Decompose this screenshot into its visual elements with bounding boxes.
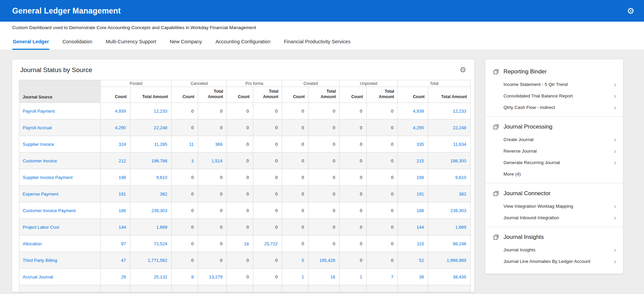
tab-multi-currency-support[interactable]: Multi-Currency Support [105, 33, 157, 50]
journal-value-link[interactable]: 25,722 [253, 235, 282, 252]
sidebar-item-qtrly-cash-flow-indirect[interactable]: Qtrly Cash Flow - Indirect› [485, 101, 623, 113]
journal-value-link[interactable]: 22,248 [130, 119, 172, 136]
journal-value-link[interactable]: 196,786 [130, 153, 172, 169]
sidebar-item-view-integration-worktag-mapping[interactable]: View Integration Worktag Mapping› [485, 200, 623, 212]
tab-general-ledger[interactable]: General Ledger [12, 33, 49, 50]
journal-value-link[interactable]: 188 [101, 202, 130, 219]
journal-source-link[interactable]: Accrual Journal [19, 269, 101, 285]
sidebar-item-more-4[interactable]: More (4) [485, 168, 623, 180]
journal-value-link[interactable]: 369 [198, 136, 227, 153]
journal-value-link[interactable]: 188 [398, 202, 428, 219]
journal-value-link[interactable]: 1,966,989 [428, 252, 471, 269]
tab-financial-productivity-services[interactable]: Financial Productivity Services [283, 33, 351, 50]
journal-value [130, 285, 172, 292]
journal-source-link[interactable]: Payroll Accrual [19, 119, 101, 136]
journal-value-link[interactable]: 4,290 [398, 119, 428, 136]
journal-value-link[interactable]: 1 [282, 269, 308, 285]
journal-value-link[interactable]: 7 [367, 269, 398, 285]
journal-value-link[interactable]: 29 [101, 269, 130, 285]
journal-value [308, 285, 340, 292]
journal-value-link[interactable]: 195,428 [308, 252, 340, 269]
journal-value-link[interactable]: 324 [101, 136, 130, 153]
journal-value-link[interactable]: 9,610 [130, 169, 172, 186]
tab-accounting-configuration[interactable]: Accounting Configuration [215, 33, 271, 50]
journal-value [282, 285, 308, 292]
journal-value-link[interactable]: 11,265 [130, 136, 172, 153]
journal-value-link[interactable]: 198,300 [428, 153, 471, 169]
journal-value-link[interactable]: 9,610 [428, 169, 471, 186]
sidebar-item-journal-insights[interactable]: Journal Insights› [485, 244, 623, 255]
journal-value: 0 [340, 169, 367, 186]
journal-value-link[interactable]: 22,248 [428, 119, 471, 136]
journal-value-link[interactable]: 12,233 [428, 103, 471, 119]
journal-value-link[interactable]: 47 [101, 252, 130, 269]
tab-consolidation[interactable]: Consolidation [62, 33, 93, 50]
journal-value-link[interactable]: 11,634 [428, 136, 471, 153]
journal-value-link[interactable]: 1,514 [198, 153, 227, 169]
sidebar-item-journal-line-anomalies-by-ledger-account[interactable]: Journal Line Anomalies By Ledger Account… [485, 255, 623, 267]
journal-value-link[interactable]: 13,279 [198, 269, 227, 285]
journal-value: 0 [367, 235, 398, 252]
journal-source-link[interactable]: Allocation [19, 235, 101, 252]
journal-value-link[interactable]: 8 [172, 269, 198, 285]
journal-value-link[interactable]: 39 [398, 269, 428, 285]
sidebar-item-income-statement-5-qtr-trend[interactable]: Income Statement - 5 Qtr Trend› [485, 78, 623, 90]
table-row: Customer Invoice Payment188239,303000000… [19, 202, 471, 219]
chevron-right-icon: › [614, 246, 618, 253]
journal-value-link[interactable]: 4,939 [398, 103, 428, 119]
journal-value-link[interactable]: 198 [101, 169, 130, 186]
journal-value-link[interactable]: 191 [101, 186, 130, 202]
journal-value-link[interactable]: 11 [172, 136, 198, 153]
journal-value-link[interactable]: 191 [398, 186, 428, 202]
journal-status-table: Journal SourcePostedCanceledPro formaCre… [19, 80, 471, 292]
journal-value-link[interactable]: 18 [308, 269, 340, 285]
journal-value-link[interactable]: 4,290 [101, 119, 130, 136]
journal-value-link[interactable]: 335 [398, 136, 428, 153]
journal-value-link[interactable]: 215 [398, 153, 428, 169]
journal-value-link[interactable]: 52 [398, 252, 428, 269]
journal-value-link[interactable]: 144 [398, 219, 428, 235]
group-header-total: Total [398, 80, 471, 87]
journal-source-link[interactable]: Customer Invoice Payment [19, 202, 101, 219]
journal-source-link[interactable]: Supplier Invoice [19, 136, 101, 153]
journal-value-link[interactable]: 382 [130, 186, 172, 202]
journal-value-link[interactable]: 144 [101, 219, 130, 235]
journal-value-link[interactable]: 1,669 [130, 219, 172, 235]
sidebar-item-reverse-journal[interactable]: Reverse Journal› [485, 145, 623, 157]
journal-source-link[interactable]: Project Labor Cost [19, 219, 101, 235]
journal-value-link[interactable]: 97 [101, 235, 130, 252]
journal-value-link[interactable]: 239,303 [130, 202, 172, 219]
journal-value: 0 [227, 252, 253, 269]
journal-source-link[interactable]: Expense Payment [19, 186, 101, 202]
journal-value-link[interactable]: 72,524 [130, 235, 172, 252]
journal-source-link[interactable]: Payroll Payment [19, 103, 101, 119]
journal-value-link[interactable]: 239,303 [428, 202, 471, 219]
journal-value-link[interactable]: 1,771,562 [130, 252, 172, 269]
journal-source-link[interactable]: Customer Invoice [19, 153, 101, 169]
sidebar-item-journal-inbound-integration[interactable]: Journal Inbound Integration› [485, 212, 623, 223]
journal-value-link[interactable]: 5 [282, 252, 308, 269]
sidebar-item-generate-recurring-journal[interactable]: Generate Recurring Journal› [485, 157, 623, 168]
journal-source-link[interactable]: Supplier Invoice Payment [19, 169, 101, 186]
settings-gear-icon[interactable]: ⚙ [627, 7, 635, 15]
card-settings-gear-icon[interactable]: ⚙ [459, 66, 466, 74]
journal-value-link[interactable]: 25,132 [130, 269, 172, 285]
journal-value-link[interactable]: 18 [227, 235, 253, 252]
journal-value-link[interactable]: 382 [428, 186, 471, 202]
sidebar-item-consolidated-trial-balance-report[interactable]: Consolidated Trial Balance Report› [485, 90, 623, 101]
journal-value-link[interactable]: 38,435 [428, 269, 471, 285]
journal-source-link[interactable]: Third Party Billing [19, 252, 101, 269]
journal-value-link[interactable]: 3 [172, 153, 198, 169]
journal-value: 0 [367, 103, 398, 119]
journal-value-link[interactable]: 115 [398, 235, 428, 252]
journal-value-link[interactable]: 212 [101, 153, 130, 169]
sidebar-item-create-journal[interactable]: Create Journal› [485, 134, 623, 145]
journal-value-link[interactable]: 1 [340, 269, 367, 285]
journal-value: 0 [308, 202, 340, 219]
journal-value-link[interactable]: 98,246 [428, 235, 471, 252]
journal-value-link[interactable]: 1,669 [428, 219, 471, 235]
tab-new-company[interactable]: New Company [169, 33, 202, 50]
journal-value-link[interactable]: 198 [398, 169, 428, 186]
journal-value-link[interactable]: 12,233 [130, 103, 172, 119]
journal-value-link[interactable]: 4,939 [101, 103, 130, 119]
